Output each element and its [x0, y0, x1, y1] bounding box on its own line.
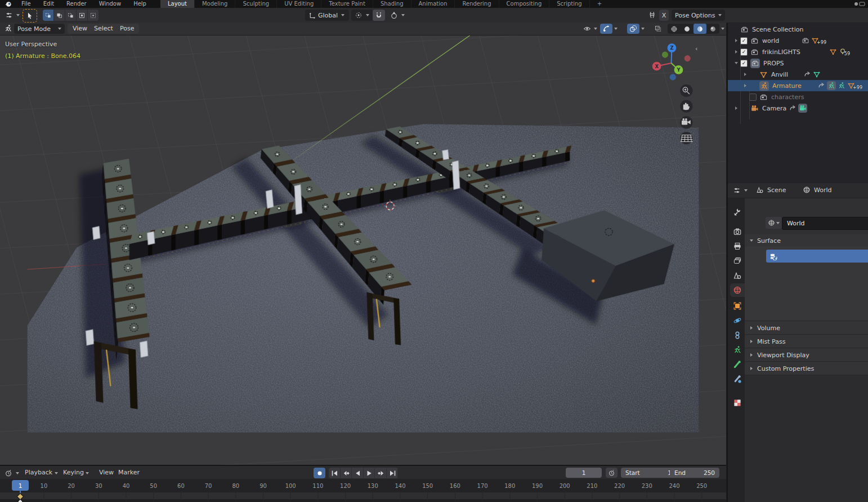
chevron-down-icon[interactable] — [614, 28, 618, 30]
auto-keyframe-record-button[interactable] — [314, 468, 325, 478]
end-frame-field[interactable]: End 250 — [670, 468, 719, 478]
scene-selector-icon[interactable] — [853, 1, 866, 7]
properties-tab-texture[interactable] — [730, 396, 745, 410]
panel-header-surface[interactable]: Surface — [745, 234, 868, 247]
xray-toggle[interactable] — [652, 24, 664, 34]
zoom-view-button[interactable] — [680, 85, 692, 97]
visibility-checkbox[interactable]: ✓ — [740, 37, 748, 45]
viewport-3d[interactable]: ZXY‹ User Perspective (1) Armature : Bon… — [0, 35, 726, 465]
runner-badge-icon[interactable] — [838, 82, 845, 90]
properties-tab-render[interactable] — [730, 225, 745, 238]
mode-dropdown[interactable]: Pose Mode — [14, 24, 65, 34]
play-reverse-button[interactable] — [352, 468, 364, 478]
active-tool-button[interactable] — [23, 9, 37, 23]
runner_box-badge-icon[interactable] — [827, 81, 836, 90]
use-preview-range-button[interactable] — [606, 468, 618, 478]
show-overlays-toggle[interactable] — [627, 24, 639, 34]
shading-rendered-button[interactable] — [706, 24, 719, 34]
previous-keyframe-button[interactable] — [341, 468, 352, 478]
workspace-tab-shading[interactable]: Shading — [373, 0, 411, 8]
outliner-row-world[interactable]: ✓world+99 — [728, 35, 868, 46]
properties-tab-output[interactable] — [730, 239, 745, 253]
workspace-tab-animation[interactable]: Animation — [411, 0, 455, 8]
camera-view-button[interactable] — [680, 116, 692, 128]
panel-header-volume[interactable]: Volume — [745, 322, 868, 335]
select-mode-button-2[interactable] — [65, 10, 76, 21]
select-mode-button-4[interactable] — [88, 10, 99, 21]
use-nodes-button[interactable] — [766, 250, 868, 263]
viewport-menu-pose[interactable]: Pose — [115, 24, 139, 34]
timeline-menu-keying[interactable]: Keying — [63, 468, 89, 477]
proportional-editing-dropdown[interactable] — [387, 10, 408, 21]
expander-icon[interactable] — [732, 39, 740, 42]
panel-header-viewport-display[interactable]: Viewport Display — [745, 349, 868, 362]
shading-wireframe-button[interactable] — [668, 24, 681, 34]
properties-tab-tool[interactable] — [730, 206, 745, 219]
properties-tab-constraint[interactable] — [730, 328, 745, 342]
mesh-badge-icon[interactable]: +99 — [811, 36, 826, 45]
workspace-tab-modeling[interactable]: Modeling — [195, 0, 236, 8]
workspace-tab-scripting[interactable]: Scripting — [549, 0, 589, 8]
mesh_green-badge-icon[interactable] — [813, 70, 821, 78]
shading-material-preview-button[interactable] — [693, 24, 706, 34]
start-frame-field[interactable]: Start 1 — [621, 468, 676, 478]
gizmo-axis-y[interactable]: Y — [676, 67, 681, 73]
properties-tab-bonec[interactable] — [730, 372, 745, 386]
play-button[interactable] — [364, 468, 375, 478]
shading-solid-button[interactable] — [681, 24, 693, 34]
world-datablock-button[interactable] — [766, 217, 782, 229]
visibility-checkbox[interactable]: ✓ — [740, 60, 748, 67]
link-badge-icon[interactable] — [817, 82, 825, 90]
visibility-checkbox[interactable] — [749, 94, 757, 101]
select-mode-button-0[interactable] — [43, 10, 53, 21]
timeline-menu-playback[interactable]: Playback — [25, 468, 58, 477]
expander-icon[interactable] — [732, 62, 740, 64]
menu-edit[interactable]: Edit — [37, 0, 60, 8]
breadcrumb-world[interactable]: World — [814, 186, 832, 194]
timeline-editor-type-button[interactable] — [2, 468, 21, 479]
camera_green_box-badge-icon[interactable] — [798, 104, 807, 113]
pivot-point-dropdown[interactable] — [351, 10, 373, 21]
panel-header-custom-properties[interactable]: Custom Properties — [745, 362, 868, 375]
viewport-menu-select[interactable]: Select — [89, 24, 118, 34]
chevron-down-icon[interactable] — [641, 28, 645, 30]
chevron-down-icon[interactable] — [594, 28, 597, 30]
properties-tab-scene[interactable] — [730, 269, 745, 282]
workspace-tab-uv-editing[interactable]: UV Editing — [277, 0, 321, 8]
link-badge-icon[interactable] — [803, 70, 811, 78]
visibility-checkbox[interactable]: ✓ — [740, 48, 748, 56]
visibility-dropdown[interactable] — [581, 24, 593, 34]
timeline-menu-marker[interactable]: Marker — [118, 468, 140, 477]
properties-tab-bone[interactable] — [730, 358, 745, 371]
properties-tab-viewlayer[interactable] — [730, 254, 745, 268]
sidebar-collapse-arrow[interactable]: ‹ — [695, 45, 697, 52]
editor-type-button[interactable] — [3, 10, 22, 21]
outliner-row-scene-collection[interactable]: Scene Collection — [728, 24, 868, 35]
blender-logo-icon[interactable] — [5, 1, 12, 7]
workspace-tab-sculpting[interactable]: Sculpting — [235, 0, 277, 8]
gizmo-axis-x[interactable]: X — [655, 64, 659, 69]
pose-options-dropdown[interactable]: Pose Options — [672, 10, 725, 21]
chevron-down-icon[interactable] — [721, 28, 724, 30]
snap-toggle-button[interactable] — [373, 10, 385, 21]
mesh-badge-icon[interactable]: +99 — [847, 81, 862, 90]
workspace-tab-compositing[interactable]: Compositing — [499, 0, 550, 8]
menu-window[interactable]: Window — [93, 0, 127, 8]
properties-tab-physics[interactable] — [730, 314, 745, 327]
expander-icon[interactable] — [741, 85, 749, 87]
bulb-badge-icon[interactable]: 59 — [839, 47, 850, 56]
gizmo-axis-z[interactable]: Z — [670, 45, 673, 51]
outliner-row-anvill[interactable]: Anvill — [728, 69, 868, 80]
next-keyframe-button[interactable] — [375, 468, 387, 478]
jump-to-end-button[interactable] — [387, 468, 399, 478]
properties-tab-world[interactable] — [730, 283, 745, 297]
panel-header-mist[interactable]: Mist Pass — [745, 335, 868, 348]
outliner-row-frikinlights[interactable]: ✓frikinLIGHTS59 — [728, 46, 868, 57]
jump-to-start-button[interactable] — [329, 468, 341, 478]
menu-help[interactable]: Help — [127, 0, 153, 8]
current-frame-field[interactable]: 1 — [566, 468, 602, 478]
workspace-tab-layout[interactable]: Layout — [160, 0, 195, 8]
expander-icon[interactable] — [732, 51, 740, 53]
timeline-menu-view[interactable]: View — [99, 468, 114, 477]
show-gizmos-toggle[interactable] — [600, 24, 612, 34]
